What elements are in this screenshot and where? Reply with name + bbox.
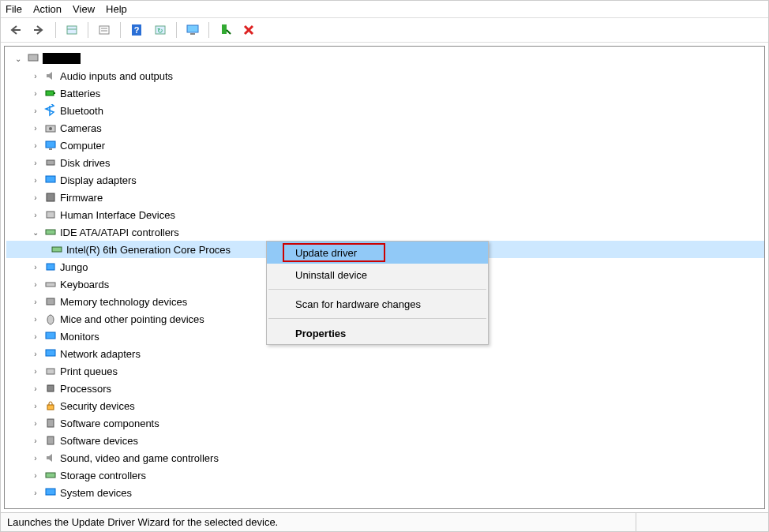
svg-rect-14 bbox=[54, 92, 55, 94]
svg-rect-20 bbox=[46, 176, 55, 182]
expand-icon[interactable]: › bbox=[30, 88, 41, 99]
svg-rect-37 bbox=[46, 489, 55, 495]
expand-icon[interactable]: › bbox=[30, 261, 41, 272]
svg-rect-0 bbox=[67, 26, 77, 34]
svg-rect-30 bbox=[46, 350, 55, 356]
category-label: Network adapters bbox=[60, 348, 141, 360]
expand-icon[interactable]: › bbox=[30, 331, 41, 342]
menu-help[interactable]: Help bbox=[106, 3, 127, 15]
category-computer[interactable]: › Computer bbox=[6, 137, 764, 154]
expand-icon[interactable]: › bbox=[30, 157, 41, 168]
expand-icon[interactable]: › bbox=[30, 122, 41, 133]
category-printq[interactable]: › Print queues bbox=[6, 362, 764, 380]
menu-item-label: Update driver bbox=[295, 247, 357, 259]
disk-icon bbox=[44, 156, 57, 169]
menu-properties[interactable]: Properties bbox=[267, 322, 488, 344]
menu-action[interactable]: Action bbox=[33, 3, 62, 15]
category-ide[interactable]: ⌄ IDE ATA/ATAPI controllers bbox=[6, 223, 764, 241]
status-text: Launches the Update Driver Wizard for th… bbox=[7, 516, 278, 528]
category-audio[interactable]: › Audio inputs and outputs bbox=[6, 67, 764, 84]
expand-icon[interactable]: › bbox=[30, 70, 41, 81]
category-swdev[interactable]: › Software devices bbox=[6, 432, 764, 449]
collapse-icon[interactable]: ⌄ bbox=[13, 53, 24, 64]
help-button[interactable]: ? bbox=[126, 21, 147, 39]
menu-uninstall-device[interactable]: Uninstall device bbox=[267, 264, 488, 286]
category-cameras[interactable]: › Cameras bbox=[6, 119, 764, 137]
expand-icon[interactable]: › bbox=[30, 470, 41, 481]
category-hid[interactable]: › Human Interface Devices bbox=[6, 206, 764, 223]
svg-rect-35 bbox=[47, 436, 54, 444]
expand-icon[interactable]: › bbox=[30, 400, 41, 411]
svg-rect-9 bbox=[187, 25, 198, 32]
category-sysdev[interactable]: › System devices bbox=[6, 484, 764, 501]
expand-icon[interactable]: › bbox=[30, 418, 41, 429]
menu-scan-hardware[interactable]: Scan for hardware changes bbox=[267, 293, 488, 315]
category-firmware[interactable]: › Firmware bbox=[6, 189, 764, 206]
category-netadapt[interactable]: › Network adapters bbox=[6, 345, 764, 362]
context-menu: Update driver Uninstall device Scan for … bbox=[266, 241, 489, 345]
expand-icon[interactable]: › bbox=[30, 313, 41, 324]
expand-icon[interactable]: › bbox=[30, 348, 41, 359]
collapse-icon[interactable]: ⌄ bbox=[30, 227, 41, 238]
root-label bbox=[43, 53, 81, 64]
category-storage[interactable]: › Storage controllers bbox=[6, 466, 764, 484]
toolbar: ? ↻ bbox=[1, 18, 768, 43]
toolbar-separator bbox=[120, 22, 121, 38]
svg-point-28 bbox=[47, 315, 54, 324]
category-label: IDE ATA/ATAPI controllers bbox=[60, 227, 179, 238]
svg-rect-34 bbox=[47, 419, 54, 427]
menu-view[interactable]: View bbox=[73, 3, 95, 15]
list-button[interactable] bbox=[94, 21, 114, 39]
svg-rect-31 bbox=[47, 369, 54, 374]
category-label: Processors bbox=[60, 383, 111, 395]
expand-icon[interactable]: › bbox=[30, 365, 41, 377]
expand-icon[interactable]: › bbox=[30, 383, 41, 394]
expand-icon[interactable]: › bbox=[30, 105, 41, 116]
category-label: Storage controllers bbox=[60, 470, 146, 481]
delete-button[interactable] bbox=[238, 21, 259, 39]
svg-rect-13 bbox=[46, 91, 54, 96]
expand-icon[interactable]: › bbox=[30, 174, 41, 185]
menu-file[interactable]: File bbox=[6, 3, 22, 15]
scan-icon bbox=[219, 24, 231, 36]
refresh-button[interactable]: ↻ bbox=[150, 21, 171, 39]
category-processors[interactable]: › Processors bbox=[6, 380, 764, 397]
category-batteries[interactable]: › Batteries bbox=[6, 84, 764, 102]
expand-icon[interactable]: › bbox=[30, 487, 41, 498]
scan-button[interactable] bbox=[215, 21, 235, 39]
category-label: Memory technology devices bbox=[60, 296, 187, 308]
expand-icon[interactable]: › bbox=[30, 279, 41, 290]
monitor-button[interactable] bbox=[182, 21, 203, 39]
category-swcomp[interactable]: › Software components bbox=[6, 414, 764, 432]
arrow-right-icon bbox=[33, 24, 46, 36]
svg-rect-10 bbox=[190, 33, 195, 35]
category-sound[interactable]: › Sound, video and game controllers bbox=[6, 449, 764, 466]
category-disk[interactable]: › Disk drives bbox=[6, 154, 764, 171]
category-display[interactable]: › Display adapters bbox=[6, 171, 764, 189]
expand-icon[interactable]: › bbox=[30, 209, 41, 220]
speaker-icon bbox=[44, 451, 57, 464]
speaker-icon bbox=[44, 69, 57, 82]
toolbar-separator bbox=[55, 22, 56, 38]
menu-update-driver[interactable]: Update driver bbox=[267, 242, 488, 264]
computer-root-icon bbox=[27, 52, 39, 65]
category-bluetooth[interactable]: › Bluetooth bbox=[6, 102, 764, 119]
svg-rect-22 bbox=[47, 212, 54, 218]
properties-button[interactable] bbox=[62, 21, 82, 39]
back-button[interactable] bbox=[6, 21, 26, 39]
controller-icon bbox=[44, 226, 57, 238]
statusbar: Launches the Update Driver Wizard for th… bbox=[1, 512, 768, 531]
expand-icon[interactable]: › bbox=[30, 192, 41, 203]
category-label: Keyboards bbox=[60, 279, 109, 290]
forward-button[interactable] bbox=[29, 21, 50, 39]
category-label: Disk drives bbox=[60, 157, 111, 169]
svg-rect-18 bbox=[49, 148, 52, 150]
expand-icon[interactable]: › bbox=[30, 296, 41, 307]
expand-icon[interactable]: › bbox=[30, 435, 41, 446]
category-label: Mice and other pointing devices bbox=[60, 313, 204, 325]
expand-icon[interactable]: › bbox=[30, 452, 41, 463]
tree-root[interactable]: ⌄ bbox=[6, 50, 764, 67]
expand-icon[interactable]: › bbox=[30, 140, 41, 151]
category-security[interactable]: › Security devices bbox=[6, 397, 764, 414]
category-label: Cameras bbox=[60, 122, 102, 134]
